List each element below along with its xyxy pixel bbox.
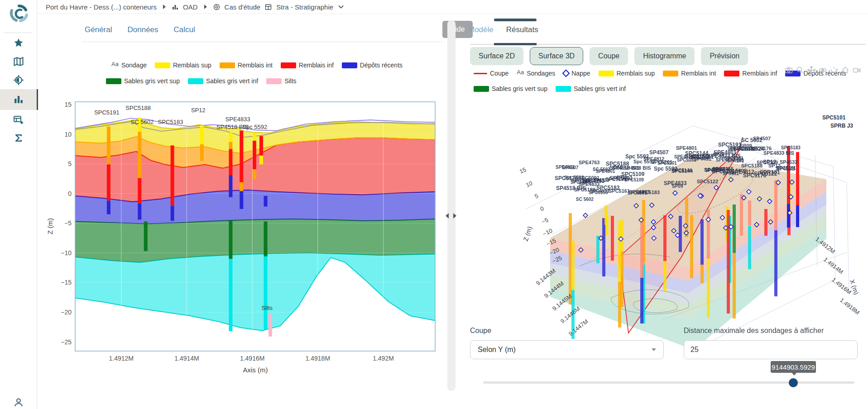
borehole-bar[interactable] bbox=[264, 257, 268, 329]
borehole-3d-bar bbox=[774, 180, 777, 230]
borehole-3d-bar bbox=[748, 200, 751, 225]
x-tick-label: 1.4918M bbox=[839, 297, 861, 316]
view-button-coupe[interactable]: Coupe bbox=[590, 47, 628, 65]
tab-résultats[interactable]: Résultats bbox=[506, 25, 538, 34]
y-tick-label: −10 bbox=[61, 249, 72, 257]
slider-handle[interactable] bbox=[789, 378, 798, 387]
legend-item-nappe[interactable]: Nappe bbox=[563, 70, 590, 77]
borehole-bar[interactable] bbox=[138, 178, 141, 204]
borehole-bar[interactable] bbox=[200, 125, 204, 144]
borehole-bar[interactable] bbox=[259, 136, 263, 156]
borehole-bar[interactable] bbox=[107, 200, 110, 214]
borehole-bar[interactable] bbox=[229, 149, 232, 175]
panel-splitter[interactable] bbox=[447, 20, 456, 391]
legend-item-sables-gris-vert-inf[interactable]: Sables gris vert inf bbox=[556, 85, 626, 92]
borehole-bar[interactable] bbox=[253, 133, 256, 141]
borehole-bar[interactable] bbox=[240, 191, 243, 209]
turntable-icon[interactable]: z bbox=[830, 66, 838, 76]
borehole-label: SPC5191 bbox=[94, 109, 120, 116]
borehole-bar[interactable] bbox=[200, 144, 204, 161]
view-buttons: Surface 2DSurface 3DCoupeHistogrammePrév… bbox=[470, 47, 748, 65]
sidebar-item-sum[interactable] bbox=[0, 128, 37, 147]
borehole-bar[interactable] bbox=[138, 132, 141, 178]
borehole-bar[interactable] bbox=[171, 206, 174, 221]
breadcrumb-module[interactable]: OAD bbox=[183, 3, 198, 11]
borehole-bar[interactable] bbox=[107, 164, 110, 200]
video-camera-icon[interactable] bbox=[853, 66, 861, 76]
borehole-3d-bar bbox=[796, 205, 799, 227]
borehole-3d-label: SPR101 bbox=[760, 169, 780, 176]
borehole-bar[interactable] bbox=[240, 131, 243, 182]
sidebar-item-locate[interactable] bbox=[0, 71, 37, 90]
chevron-down-icon[interactable] bbox=[338, 5, 344, 9]
distance-input[interactable] bbox=[684, 340, 858, 359]
borehole-bar[interactable] bbox=[229, 142, 232, 149]
star-icon bbox=[13, 38, 24, 48]
chart-area bbox=[75, 102, 435, 351]
view-button-prévision[interactable]: Prévision bbox=[701, 47, 748, 65]
borehole-bar[interactable] bbox=[229, 133, 232, 142]
borehole-bar[interactable] bbox=[253, 141, 256, 169]
borehole-3d-bar bbox=[700, 265, 704, 283]
z-axis-title: Z (m) bbox=[522, 225, 533, 242]
borehole-bar[interactable] bbox=[264, 196, 268, 207]
borehole-3d-bar bbox=[748, 226, 751, 269]
splitter-collapse-left-icon[interactable] bbox=[446, 213, 449, 219]
coupe-select[interactable]: Selon Y (m) bbox=[470, 340, 664, 359]
camera-icon[interactable] bbox=[785, 66, 793, 76]
zoom-icon[interactable] bbox=[796, 66, 804, 76]
legend-item-remblais-sup[interactable]: Remblais sup bbox=[599, 70, 655, 77]
home-icon[interactable] bbox=[841, 66, 849, 76]
tab-données[interactable]: Données bbox=[127, 25, 158, 34]
borehole-bar[interactable] bbox=[229, 221, 232, 259]
x-tick-label: 1.4916M bbox=[240, 355, 264, 362]
borehole-bar[interactable] bbox=[229, 259, 232, 331]
borehole-3d-label: SP4507 bbox=[753, 136, 771, 141]
tab-calcul[interactable]: Calcul bbox=[174, 25, 195, 34]
borehole-bar[interactable] bbox=[253, 169, 256, 179]
borehole-3d-bar bbox=[787, 204, 790, 228]
tab-modèle[interactable]: Modèle bbox=[468, 25, 494, 34]
z-tick-label: 15 bbox=[518, 166, 527, 175]
borehole-bar[interactable] bbox=[269, 314, 272, 337]
orbit-icon[interactable] bbox=[819, 66, 827, 76]
legend-item-remblais-int[interactable]: Remblais int bbox=[663, 70, 716, 77]
borehole-bar[interactable] bbox=[240, 182, 243, 191]
borehole-bar[interactable] bbox=[138, 204, 141, 219]
view-button-surface-2d[interactable]: Surface 2D bbox=[470, 47, 523, 65]
borehole-bar[interactable] bbox=[171, 146, 174, 206]
surface-3d-plot[interactable]: SPC5191SPC5188SPC5183SP12SPE4833Spc 5592… bbox=[498, 103, 866, 366]
nappe-marker bbox=[583, 213, 588, 218]
legend-label: Remblais int bbox=[681, 70, 716, 77]
coupe-position-slider[interactable] bbox=[483, 381, 854, 384]
borehole-bar[interactable] bbox=[144, 221, 148, 251]
breadcrumb-project[interactable]: Port du Havre - Dess (...) conteneurs bbox=[46, 3, 157, 11]
sidebar-item-charts[interactable] bbox=[0, 89, 38, 110]
sidebar-item-favorites[interactable] bbox=[0, 33, 37, 52]
breadcrumb-case[interactable]: Cas d'étude bbox=[225, 3, 261, 11]
legend-item-remblais-inf[interactable]: Remblais inf bbox=[724, 70, 777, 77]
borehole-bar[interactable] bbox=[264, 221, 268, 256]
sidebar-item-map[interactable] bbox=[0, 52, 37, 71]
right-panel-tabs: ModèleRésultats bbox=[468, 25, 538, 34]
sidebar-item-add-table[interactable] bbox=[0, 110, 37, 129]
z-tick-label: 5 bbox=[533, 192, 539, 200]
borehole-3d-label: SC 5602 bbox=[727, 168, 747, 173]
borehole-3d-bar bbox=[569, 213, 572, 266]
sidebar-item-user[interactable] bbox=[0, 393, 37, 409]
borehole-label: Spc 5592 bbox=[242, 124, 267, 130]
borehole-3d-label: SP12 bbox=[768, 163, 781, 168]
legend-item-sables-gris-vert-sup[interactable]: Sables gris vert sup bbox=[474, 85, 547, 92]
borehole-bar[interactable] bbox=[229, 175, 232, 197]
view-button-surface-3d[interactable]: Surface 3D bbox=[530, 47, 583, 65]
view-button-histogramme[interactable]: Histogramme bbox=[634, 47, 695, 65]
breadcrumb-sheet[interactable]: Stra - Stratigraphie bbox=[276, 3, 333, 11]
pan-icon[interactable] bbox=[807, 66, 815, 76]
splitter-collapse-right-icon[interactable] bbox=[453, 213, 456, 219]
cross-section-chart[interactable]: SPC5191SPC5188SC 5602SPC5183SP12SPE4833S… bbox=[45, 45, 444, 376]
borehole-bar[interactable] bbox=[107, 127, 110, 165]
legend-item-sondages[interactable]: AaSondages bbox=[517, 70, 555, 77]
borehole-bar[interactable] bbox=[259, 156, 263, 165]
tab-général[interactable]: Général bbox=[85, 25, 112, 34]
legend-item-coupe[interactable]: Coupe bbox=[474, 70, 508, 77]
